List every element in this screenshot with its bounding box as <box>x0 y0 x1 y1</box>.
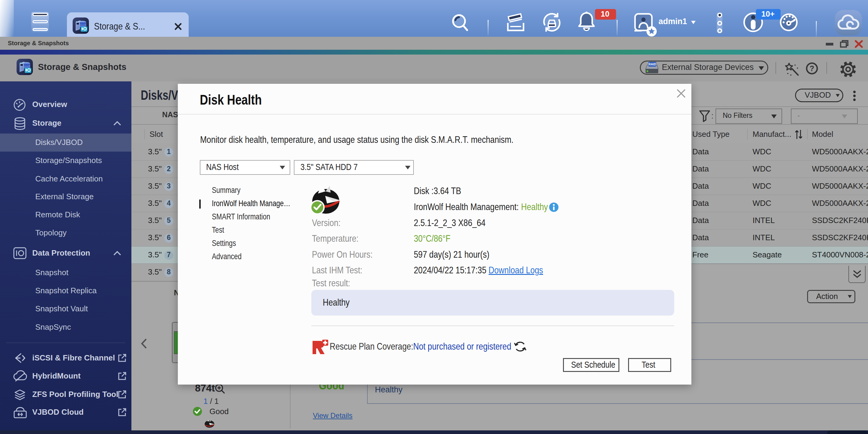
svg-text:?: ? <box>809 64 814 73</box>
svg-text:RAID: RAID <box>649 62 656 66</box>
